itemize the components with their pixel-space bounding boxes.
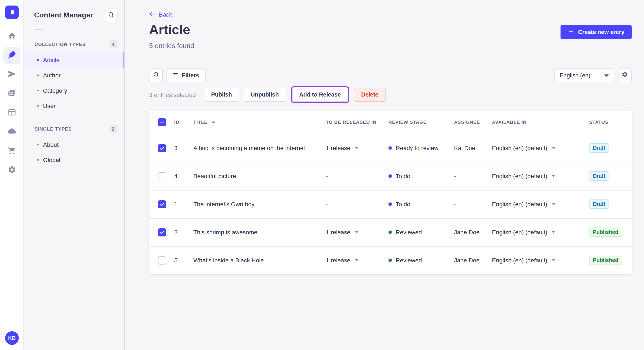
cell-available-in[interactable]: English (en) (default): [492, 162, 589, 190]
nav-item-deploy[interactable]: [4, 124, 20, 141]
cell-checkbox: [149, 246, 174, 274]
nav-item-content-manager[interactable]: [4, 47, 20, 64]
gear-icon: [622, 71, 628, 80]
publish-button[interactable]: Publish: [204, 88, 239, 102]
cell-available-in[interactable]: English (en) (default): [492, 218, 589, 246]
cell-id: 5: [174, 246, 193, 274]
stage-dot-icon: [388, 174, 392, 178]
selection-bar: 3 entries selected Publish Unpublish Add…: [149, 88, 386, 102]
chevron-down-icon: [604, 72, 609, 78]
sidebar-item-about[interactable]: About: [24, 137, 124, 152]
row-checkbox[interactable]: [158, 144, 166, 152]
stage-dot-icon: [388, 146, 392, 150]
nav-item-releases[interactable]: [4, 66, 20, 83]
status-badge: Published: [589, 256, 622, 265]
cell-assignee: Jane Doe: [454, 246, 492, 274]
chevron-down-icon: [354, 147, 358, 149]
chevron-down-icon: [552, 175, 556, 177]
locale-select[interactable]: English (en): [554, 68, 614, 82]
status-badge: Draft: [589, 143, 609, 153]
delete-button[interactable]: Delete: [354, 88, 386, 102]
cell-status: Published: [589, 218, 632, 246]
cell-available-in[interactable]: English (en) (default): [492, 246, 589, 274]
row-checkbox[interactable]: [158, 228, 166, 236]
column-header-label: REVIEW STAGE: [388, 120, 426, 125]
nav-items: [4, 28, 20, 179]
cell-checkbox: [149, 218, 174, 246]
cell-review-stage: To do: [388, 162, 454, 190]
cell-release[interactable]: 1 release: [326, 218, 388, 246]
status-badge: Draft: [589, 172, 609, 181]
subnav-section-label: SINGLE TYPES: [34, 126, 72, 131]
cell-available-in[interactable]: English (en) (default): [492, 190, 589, 218]
subnav: Content Manager COLLECTION TYPES4Article…: [24, 0, 125, 350]
sidebar-item-label: Category: [43, 87, 67, 94]
nav-item-content-type-builder[interactable]: [4, 105, 20, 122]
cell-id: 1: [174, 190, 193, 218]
entries-table-card: IDTITLETO BE RELEASED INREVIEW STAGEASSI…: [149, 111, 632, 274]
column-header-label: ID: [174, 120, 179, 125]
strapi-logo-icon[interactable]: [5, 5, 19, 19]
filters-label: Filters: [182, 72, 199, 78]
cell-status: Draft: [589, 134, 632, 162]
nav-item-marketplace[interactable]: [4, 143, 20, 160]
column-header-assignee[interactable]: ASSIGNEE: [454, 111, 492, 134]
create-new-entry-button[interactable]: Create new entry: [560, 25, 632, 39]
cell-review-stage: To do: [388, 190, 454, 218]
sidebar-item-user[interactable]: User: [24, 98, 124, 114]
entries-table: IDTITLETO BE RELEASED INREVIEW STAGEASSI…: [149, 111, 632, 274]
column-header-label: TITLE: [193, 120, 208, 125]
subnav-search-button[interactable]: [104, 8, 118, 22]
search-button[interactable]: [149, 68, 163, 82]
cell-status: Published: [589, 246, 632, 274]
cell-release[interactable]: 1 release: [326, 134, 388, 162]
search-icon: [153, 71, 159, 79]
back-link[interactable]: Back: [149, 11, 172, 18]
row-checkbox[interactable]: [158, 172, 166, 180]
column-header-review-stage[interactable]: REVIEW STAGE: [388, 111, 454, 134]
cell-id: 4: [174, 162, 193, 190]
back-label: Back: [159, 11, 172, 18]
stage-dot-icon: [388, 230, 392, 234]
column-header-title[interactable]: TITLE: [193, 111, 326, 134]
status-badge: Draft: [589, 199, 609, 209]
nav-item-media-library[interactable]: [4, 85, 20, 103]
sidebar-item-author[interactable]: Author: [24, 68, 124, 83]
row-checkbox[interactable]: [158, 200, 166, 208]
column-header-label: AVAILABLE IN: [492, 120, 527, 125]
nav-item-home[interactable]: [4, 28, 20, 45]
app-root: KD Content Manager COLLECTION TYPES4Arti…: [0, 0, 644, 350]
row-checkbox[interactable]: [158, 256, 166, 265]
column-header-to-be-released-in[interactable]: TO BE RELEASED IN: [326, 111, 388, 134]
sidebar-item-article[interactable]: Article: [24, 52, 124, 68]
cell-release: -: [326, 162, 388, 190]
sidebar-item-global[interactable]: Global: [24, 152, 124, 168]
chevron-down-icon: [552, 203, 556, 205]
arrow-left-icon: [149, 11, 156, 18]
add-to-release-button[interactable]: Add to Release: [292, 88, 348, 102]
gear-icon: [8, 166, 16, 176]
column-header-id[interactable]: ID: [174, 111, 193, 134]
sidebar-item-category[interactable]: Category: [24, 83, 124, 98]
filters-button[interactable]: Filters: [166, 68, 206, 82]
column-header-status[interactable]: STATUS: [589, 111, 632, 134]
avatar[interactable]: KD: [5, 331, 19, 345]
stage-dot-icon: [388, 202, 392, 206]
sidebar-item-label: Author: [43, 72, 61, 79]
chevron-down-icon: [354, 231, 358, 233]
nav-item-settings[interactable]: [4, 162, 20, 179]
cell-available-in[interactable]: English (en) (default): [492, 134, 589, 162]
cell-review-stage: Reviewed: [388, 246, 454, 274]
unpublish-button[interactable]: Unpublish: [244, 88, 286, 102]
cell-assignee: -: [454, 190, 492, 218]
column-header-available-in[interactable]: AVAILABLE IN: [492, 111, 589, 134]
sidebar-item-label: User: [43, 103, 56, 109]
view-settings-button[interactable]: [618, 68, 632, 82]
cell-release: -: [326, 190, 388, 218]
table-row: 5What's inside a Black Hole1 releaseRevi…: [149, 246, 632, 274]
select-all-checkbox[interactable]: [158, 118, 166, 126]
bullet-icon: [37, 144, 39, 146]
cell-checkbox: [149, 162, 174, 190]
cell-release[interactable]: 1 release: [326, 246, 388, 274]
selection-count-text: 3 entries selected: [149, 91, 196, 98]
